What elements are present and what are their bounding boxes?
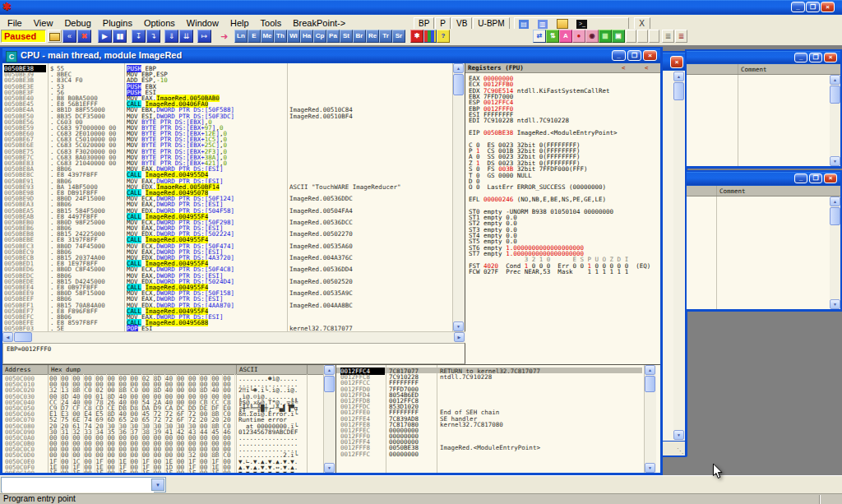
register-line[interactable]: Z 1 DS 0023 32bit 0(FFFFFFFF)	[469, 160, 660, 165]
dump-row[interactable]: 0050C0A000 00 00 00 00 00 00 00 00 00 00…	[2, 434, 323, 440]
register-line[interactable]: 3 2 1 0 E S P U O Z D I	[469, 256, 660, 261]
register-line[interactable]: ST5 empty 0.0	[469, 238, 660, 243]
disasm-row[interactable]: 0050BF03.5EPOP ESIkernel32.7C817077	[2, 325, 453, 331]
register-line[interactable]: ST7 empty 1.0000000000000000000	[469, 250, 660, 256]
dump-row[interactable]: 0050C00000 00 00 00 00 00 00 00 02 8D 40…	[2, 375, 323, 381]
register-line[interactable]: EAX 00000000	[469, 75, 660, 81]
comment2-scroll-thumb[interactable]	[830, 207, 840, 225]
command-combobox[interactable]: ▼	[1, 477, 166, 492]
register-line[interactable]: P 1 CS 001B 32bit 0(FFFFFFFF)	[469, 147, 660, 153]
menu-item-tools[interactable]: Tools	[255, 16, 288, 29]
dump-ascii-header[interactable]: ASCII	[239, 366, 258, 373]
disasm-row[interactable]: 0050BED6.8B0D C8F45000MOV ECX,DWORD PTR …	[2, 266, 453, 271]
comment2-comment-column-header[interactable]: Comment	[719, 187, 746, 195]
comment2-close-button[interactable]: ×	[824, 173, 837, 183]
restart-back-icon[interactable]: «	[62, 30, 76, 43]
highlight-a-icon[interactable]: A	[559, 30, 572, 43]
disasm-row[interactable]: 0050BE40.B8 B0BA5000MOV EAX,ImageRed.005…	[2, 95, 453, 100]
stack-row[interactable]: 0012FFDC853D1020	[336, 403, 642, 409]
register-line[interactable]: ST1 empty 0.0	[469, 214, 660, 220]
dump-row[interactable]: 0050C1001F 00 1F 00 1F 00 1F 00 1F 00 1F…	[2, 469, 323, 473]
register-line[interactable]: ST3 empty 0.0	[469, 226, 660, 232]
dump-row[interactable]: 0050C03000 8D 40 00 01 8D 40 00 00 00 00…	[2, 393, 323, 399]
cpu-minimize-button[interactable]: _	[612, 50, 626, 61]
register-line[interactable]: ST6 empty 1.0000000000000000000	[469, 244, 660, 250]
run-icon[interactable]: ▶	[98, 30, 112, 43]
cpu-maximize-button[interactable]: ❒	[627, 50, 641, 61]
toolbar-window-button-st[interactable]: St	[340, 30, 353, 43]
disasm-row[interactable]: 0050BEDE.8B15 D4245000MOV EDX,DWORD PTR …	[2, 278, 453, 284]
console-icon[interactable]: >_	[576, 20, 587, 29]
comment1-comment-column-header[interactable]: Comment	[741, 66, 767, 73]
register-line[interactable]: EDX 7C90E514 ntdll.KiFastSystemCallRet	[469, 87, 660, 93]
dump-row[interactable]: 0050C0E01F 00 1C 00 1F 00 1E 00 1F 00 1E…	[2, 458, 323, 464]
stack-row[interactable]: 0012FFE47C839AD8SE handler	[336, 415, 642, 421]
registers-collapse-right-button[interactable]: <	[645, 64, 649, 72]
animate-into-icon[interactable]: ⇓	[164, 30, 178, 43]
list-view-button-1[interactable]: ≣	[662, 30, 674, 43]
stack-scroll-down[interactable]: ▼	[645, 463, 655, 473]
comment2-titlebar[interactable]: _ ❒ ×	[687, 172, 840, 186]
combobox-dropdown-button[interactable]: ▼	[151, 479, 164, 491]
comment1-header-row[interactable]: Comment	[687, 64, 840, 75]
register-line[interactable]: EBX 7FFD7000	[469, 93, 660, 99]
execute-till-return-icon[interactable]: ↦	[197, 30, 211, 43]
stack-row[interactable]: 0012FFF80050BE38ImageRed.<ModuleEntryPoi…	[336, 444, 642, 450]
comment1-body[interactable]: ▲ ▼	[687, 75, 840, 166]
minimize-button[interactable]: _	[791, 2, 805, 12]
dump-row[interactable]: 0050C060E1 E3 00 E4 E5 8D 40 00 45 72 72…	[2, 410, 323, 416]
toolbar-window-button-tr[interactable]: Tr	[379, 30, 392, 43]
stack-scroll-up[interactable]: ▲	[645, 365, 655, 375]
disasm-row[interactable]: 0050BE7C.C683 8A030000 00MOV BYTE PTR DS…	[2, 154, 453, 160]
stack-scroll-thumb[interactable]	[645, 376, 655, 392]
stack-row[interactable]: 0012FFC87C910228ntdll.7C910228	[336, 373, 642, 379]
disasm-scroll-down[interactable]: ▼	[453, 321, 464, 331]
stack-vscrollbar[interactable]: ▲ ▼	[644, 365, 656, 473]
disasm-row[interactable]: 0050BE45.E8 56B1EFFFCALL ImageRed.00406F…	[2, 100, 453, 106]
disasm-row[interactable]: 0050BEFC.8B06MOV EAX,DWORD PTR DS:[ESI]	[2, 313, 453, 319]
toolbar-window-button-wi[interactable]: Wi	[287, 30, 300, 43]
menu-button-bp[interactable]: BP	[414, 17, 434, 30]
document-icon[interactable]: ▥	[538, 20, 548, 29]
dump-row[interactable]: 0050C08020 20 61 74 20 30 30 30 30 30 30…	[2, 423, 323, 428]
close-button[interactable]: ×	[821, 2, 835, 12]
menu-item-options[interactable]: Options	[138, 16, 181, 29]
register-line[interactable]: ST2 empty 0.0	[469, 220, 660, 225]
disasm-row[interactable]: 0050BE60.C683 2E010000 00MOV BYTE PTR DS…	[2, 130, 453, 136]
toolbar-window-button-sr[interactable]: Sr	[392, 30, 405, 43]
disasm-row[interactable]: 0050BEC3.8B0D 74F45000MOV ECX,DWORD PTR …	[2, 243, 453, 248]
toolbar-window-button-re[interactable]: Re	[366, 30, 379, 43]
disasm-row[interactable]: 0050BEA5.8B15 584F5000MOV EDX,DWORD PTR …	[2, 207, 453, 213]
disasm-row[interactable]: 0050BE3B.83C4 F0ADD ESP,-10	[2, 76, 453, 82]
disasm-row[interactable]: 0050BE38$55PUSH EBP	[2, 65, 453, 71]
disasm-row[interactable]: 0050BEF1.8B15 70A84A00MOV EDX,DWORD PTR …	[2, 302, 453, 307]
toolbar-window-button-br[interactable]: Br	[353, 30, 366, 43]
menu-button-u-bpm[interactable]: U-BPM	[473, 17, 509, 30]
menu-button-vb[interactable]: VB	[451, 17, 472, 30]
stack-row[interactable]: 0012FFCCFFFFFFFF	[336, 379, 642, 385]
disasm-row[interactable]: 0050BEBE.E8 3197F8FFCALL ImageRed.004955…	[2, 236, 453, 242]
spiral-icon[interactable]: ◉	[585, 30, 599, 43]
disassembly-pane[interactable]: 0050BE38$55PUSH EBP0050BE39.8BECMOV EBP,…	[2, 63, 465, 331]
dump-row[interactable]: 0050C02032 13 8B C0 02 00 8B C0 00 8D 40…	[2, 386, 323, 392]
disasm-row[interactable]: 0050BE75.C683 F3020000 00MOV BYTE PTR DS…	[2, 148, 453, 154]
sync-arrows-icon[interactable]: ⇄	[533, 30, 546, 43]
disasm-row[interactable]: 0050BE9D.8B0D 24F15000MOV ECX,DWORD PTR …	[2, 195, 453, 201]
pause-icon[interactable]: ▮▮	[113, 30, 127, 43]
comment1-scroll-up[interactable]: ▲	[830, 75, 840, 85]
register-line[interactable]: C 0 ES 0023 32bit 0(FFFFFFFF)	[469, 141, 660, 147]
go-to-icon[interactable]: ➜	[217, 30, 231, 43]
disasm-scroll-thumb[interactable]	[453, 74, 464, 95]
dump-scroll-down[interactable]: ▼	[324, 463, 335, 473]
comment2-scroll-up[interactable]: ▲	[830, 197, 840, 206]
notes-icon[interactable]: ▤	[519, 20, 529, 29]
open-folder-icon[interactable]	[557, 19, 568, 29]
disasm-row[interactable]: 0050BE50.8B35 DCF35000MOV ESI,DWORD PTR …	[2, 113, 453, 118]
register-line[interactable]: ST0 empty -UNORM B938 01050104 00000000	[469, 208, 660, 214]
dump-row[interactable]: 0050C07052 75 6E 74 69 6D 65 20 65 72 72…	[2, 416, 323, 422]
toolbar-blank-button-2[interactable]	[637, 30, 648, 43]
disasm-row[interactable]: 0050BEAB.E8 4497F8FFCALL ImageRed.004955…	[2, 213, 453, 219]
stack-row[interactable]: 0012FFFC00000000	[336, 451, 642, 456]
main-titlebar[interactable]: ✱ _ ❒ ×	[0, 0, 842, 15]
options-gear-icon[interactable]: ✱	[410, 30, 423, 43]
